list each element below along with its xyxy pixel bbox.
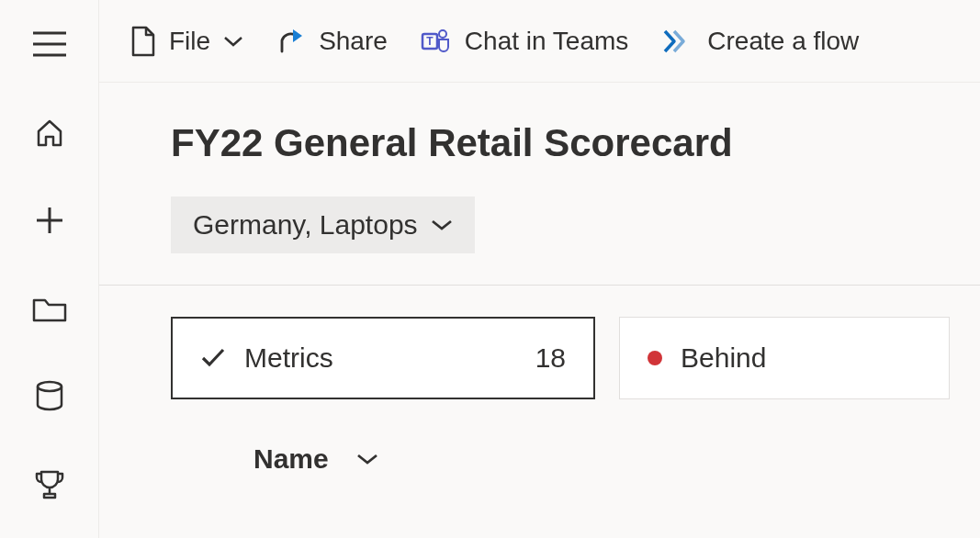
share-button[interactable]: Share bbox=[276, 27, 388, 56]
svg-point-0 bbox=[38, 382, 62, 391]
filter-dropdown[interactable]: Germany, Laptops bbox=[171, 196, 475, 253]
file-icon bbox=[130, 26, 156, 57]
top-command-bar: File Share T Chat in Teams bbox=[99, 0, 980, 83]
teams-icon: T bbox=[421, 27, 452, 56]
flow-icon bbox=[661, 28, 694, 55]
chat-label: Chat in Teams bbox=[465, 27, 628, 56]
header-area: FY22 General Retail Scorecard Germany, L… bbox=[99, 83, 980, 286]
metrics-count: 18 bbox=[352, 342, 566, 374]
file-menu-button[interactable]: File bbox=[130, 26, 243, 57]
left-nav-rail bbox=[0, 0, 99, 538]
column-header-name[interactable]: Name bbox=[253, 443, 329, 475]
share-icon bbox=[276, 28, 306, 55]
filter-label: Germany, Laptops bbox=[193, 209, 418, 241]
chevron-down-icon bbox=[223, 35, 243, 48]
page-title: FY22 General Retail Scorecard bbox=[171, 121, 980, 165]
behind-label: Behind bbox=[681, 342, 766, 374]
hamburger-icon[interactable] bbox=[29, 24, 70, 64]
summary-cards-row: Metrics 18 Behind bbox=[99, 286, 980, 399]
checkmark-icon bbox=[200, 347, 226, 369]
database-icon[interactable] bbox=[29, 376, 70, 417]
folder-icon[interactable] bbox=[29, 288, 70, 329]
chevron-down-icon bbox=[431, 219, 453, 231]
file-menu-label: File bbox=[169, 27, 210, 56]
svg-text:T: T bbox=[426, 35, 434, 48]
flow-label: Create a flow bbox=[707, 27, 859, 56]
table-header-row: Name bbox=[99, 399, 980, 475]
plus-icon[interactable] bbox=[29, 200, 70, 241]
share-label: Share bbox=[319, 27, 388, 56]
main-content: File Share T Chat in Teams bbox=[99, 0, 980, 538]
metrics-label: Metrics bbox=[244, 342, 333, 374]
chevron-down-icon[interactable] bbox=[356, 453, 378, 465]
chat-in-teams-button[interactable]: T Chat in Teams bbox=[421, 27, 628, 56]
behind-card[interactable]: Behind bbox=[619, 317, 950, 399]
trophy-icon[interactable] bbox=[29, 465, 70, 505]
svg-point-3 bbox=[439, 30, 446, 38]
status-dot-icon bbox=[648, 351, 662, 365]
home-icon[interactable] bbox=[29, 112, 70, 152]
metrics-card[interactable]: Metrics 18 bbox=[171, 317, 595, 399]
create-flow-button[interactable]: Create a flow bbox=[661, 27, 859, 56]
